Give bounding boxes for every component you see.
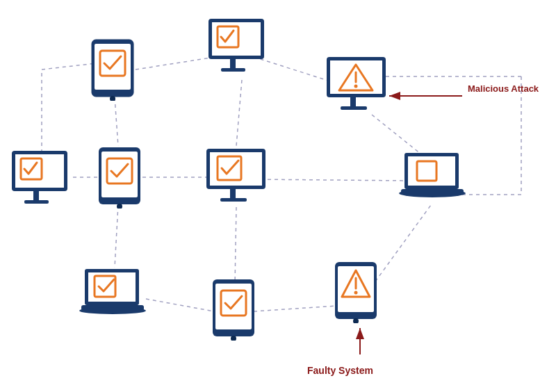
node-leftmid-tablet <box>96 146 143 209</box>
svg-point-60 <box>79 307 146 314</box>
svg-line-19 <box>375 205 431 281</box>
svg-line-5 <box>236 80 242 146</box>
node-right-laptop <box>398 152 467 204</box>
svg-point-68 <box>353 318 359 323</box>
svg-rect-41 <box>24 200 49 204</box>
node-malicious-monitor <box>325 56 388 118</box>
node-top-tablet <box>89 38 136 101</box>
svg-rect-34 <box>341 106 367 110</box>
network-diagram: Malicious Attack Faulty System <box>0 0 556 392</box>
svg-rect-40 <box>33 191 39 201</box>
svg-rect-49 <box>230 189 236 199</box>
svg-line-17 <box>146 299 214 311</box>
svg-line-3 <box>115 97 118 146</box>
svg-rect-55 <box>401 189 464 195</box>
svg-rect-50 <box>220 198 247 202</box>
faulty-system-label: Faulty System <box>307 364 373 377</box>
svg-point-71 <box>354 291 358 295</box>
svg-point-37 <box>354 85 358 88</box>
svg-rect-33 <box>350 97 356 107</box>
svg-line-2 <box>136 57 215 70</box>
svg-rect-29 <box>221 68 245 72</box>
node-left-monitor <box>10 149 70 212</box>
svg-line-12 <box>254 179 410 181</box>
svg-line-16 <box>235 207 236 285</box>
svg-point-45 <box>117 204 122 209</box>
svg-rect-28 <box>230 59 236 69</box>
svg-line-6 <box>372 115 424 156</box>
node-bottomleft-laptop <box>78 268 147 320</box>
node-top-monitor <box>207 17 266 80</box>
node-center-monitor <box>205 147 268 210</box>
svg-line-4 <box>254 57 337 83</box>
svg-point-64 <box>231 336 236 341</box>
node-faulty-tablet <box>332 261 379 323</box>
svg-line-18 <box>254 306 337 311</box>
malicious-attack-label: Malicious Attack <box>468 83 539 95</box>
node-bottommid-tablet <box>210 278 257 341</box>
svg-line-15 <box>115 205 118 268</box>
